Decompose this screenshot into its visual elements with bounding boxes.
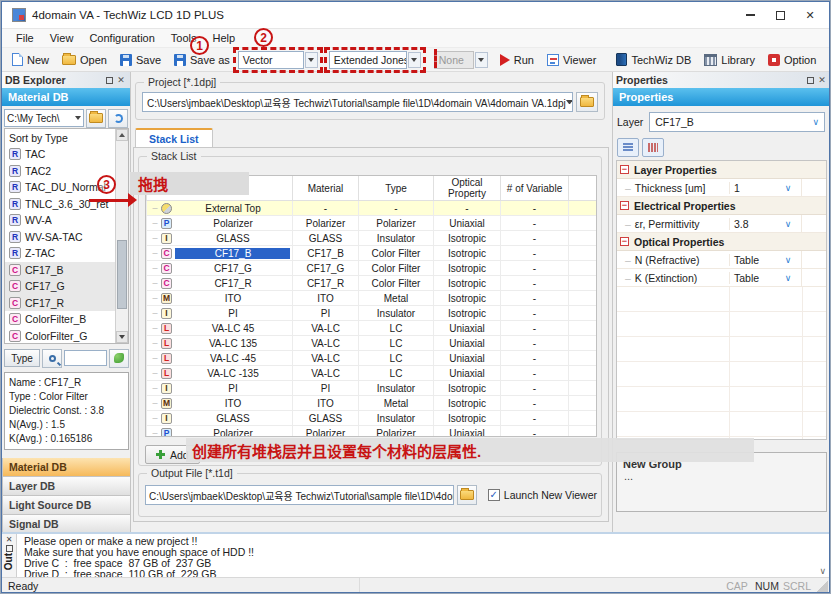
property-row[interactable]: K (Extinction)Table∨ <box>617 269 826 287</box>
column-header[interactable]: # of Variable <box>501 176 569 201</box>
layer-cell[interactable]: MITO <box>147 396 293 411</box>
layer-cell[interactable]: IGLASS <box>147 231 293 246</box>
collapse-icon[interactable] <box>620 237 629 246</box>
menu-item-help[interactable]: Help <box>205 32 244 44</box>
db-path-select[interactable]: C:\My Tech\ <box>4 109 84 127</box>
output-browse-button[interactable] <box>457 485 477 505</box>
resize-grip[interactable] <box>814 580 828 594</box>
save-button[interactable]: Save <box>115 53 166 67</box>
output-close-button[interactable]: ✕ <box>6 535 13 544</box>
material-list-scrollbar[interactable] <box>115 129 128 343</box>
jones-mode-select[interactable]: Extended Jones <box>329 51 407 69</box>
stack-row[interactable]: IGLASSGLASSInsulatorIsotropic- <box>147 231 598 246</box>
type-button[interactable]: Type <box>4 349 40 367</box>
project-browse-button[interactable] <box>576 92 598 112</box>
stack-row[interactable]: CCF17_RCF17_RColor FilterIsotropic- <box>147 276 598 291</box>
layer-cell[interactable]: IPI <box>147 306 293 321</box>
property-value[interactable]: Table <box>729 272 775 284</box>
stack-row[interactable]: LVA-LC -45VA-LCLCUniaxial- <box>147 351 598 366</box>
minimize-button[interactable] <box>735 5 765 25</box>
search-button[interactable] <box>42 349 62 368</box>
techwiz-db-button[interactable]: TechWiz DB <box>611 52 696 67</box>
column-header[interactable]: Material <box>293 176 359 201</box>
collapse-icon[interactable] <box>620 165 629 174</box>
stack-row[interactable]: PPolarizerPolarizerPolarizerUniaxial- <box>147 216 598 231</box>
material-item[interactable]: CCF17_G <box>5 278 128 295</box>
layer-cell[interactable]: LVA-LC 45 <box>147 321 293 336</box>
property-value[interactable]: 1 <box>729 182 775 194</box>
stack-row[interactable]: PPolarizerPolarizerPolarizerUniaxial- <box>147 426 598 438</box>
run-button[interactable]: Run <box>495 53 539 67</box>
open-button[interactable]: Open <box>57 53 112 67</box>
scrollbar-thumb[interactable] <box>117 240 127 308</box>
scroll-down-button[interactable] <box>116 331 128 343</box>
layer-cell[interactable]: IGLASS <box>147 411 293 426</box>
property-row[interactable]: N (Refractive)Table∨ <box>617 251 826 269</box>
menu-item-file[interactable]: File <box>8 32 42 44</box>
layer-cell[interactable]: CCF17_R <box>147 276 293 291</box>
new-button[interactable]: New <box>7 52 54 67</box>
menu-item-configuration[interactable]: Configuration <box>81 32 162 44</box>
column-header[interactable]: Optical Property <box>434 176 501 201</box>
layer-cell[interactable]: LVA-LC -135 <box>147 366 293 381</box>
panel-float-button[interactable] <box>103 74 115 86</box>
property-row[interactable]: εr, Permittivity3.8∨ <box>617 215 826 233</box>
vector-mode-select[interactable]: Vector <box>238 51 304 69</box>
dropdown-chevron-icon[interactable]: ∨ <box>775 219 801 229</box>
column-header[interactable]: Type <box>359 176 434 201</box>
jones-mode-arrow[interactable] <box>408 52 421 68</box>
alphabetic-view-button[interactable] <box>642 138 664 157</box>
dropdown-chevron-icon[interactable]: ∨ <box>775 183 801 193</box>
output-tab-label[interactable]: Out <box>3 553 15 570</box>
sort-by-type-label[interactable]: Sort by Type <box>5 129 128 146</box>
stack-row[interactable]: MITOITOMetalIsotropic- <box>147 291 598 306</box>
layer-cell[interactable]: IPI <box>147 381 293 396</box>
db-tab-layer-db[interactable]: Layer DB <box>2 477 131 496</box>
material-item[interactable]: CColorFilter_G <box>5 328 128 345</box>
material-item[interactable]: RZ-TAC <box>5 245 128 262</box>
stack-row[interactable]: LVA-LC 135VA-LCLCUniaxial- <box>147 336 598 351</box>
stack-row[interactable]: IPIPIInsulatorIsotropic- <box>147 306 598 321</box>
categorized-view-button[interactable] <box>617 138 639 157</box>
refresh-button[interactable] <box>108 109 128 128</box>
none-arrow[interactable] <box>475 52 488 68</box>
layer-cell[interactable]: CCF17_G <box>147 261 293 276</box>
property-group-header[interactable]: Electrical Properties <box>617 197 826 215</box>
material-item[interactable]: CColorFilter_B <box>5 311 128 328</box>
material-item[interactable]: RTNLC_3.6_30_ret <box>5 196 128 213</box>
scroll-down-icon[interactable]: ∨ <box>819 566 826 576</box>
project-path-select[interactable]: C:\Users\jmbaek\Desktop\교육용 Techwiz\Tuto… <box>142 92 573 112</box>
tab-stack-list[interactable]: Stack List <box>135 128 213 147</box>
property-value[interactable]: 3.8 <box>729 218 775 230</box>
db-tab-light-source-db[interactable]: Light Source DB <box>2 496 131 515</box>
none-select[interactable]: None <box>434 51 474 69</box>
layer-cell[interactable]: CCF17_B <box>147 246 293 261</box>
library-button[interactable]: Library <box>699 53 760 67</box>
material-item[interactable]: CCF17_B <box>5 262 128 279</box>
dropdown-chevron-icon[interactable]: ∨ <box>775 255 801 265</box>
panel-close-button[interactable]: ✕ <box>115 74 127 86</box>
output-file-input[interactable]: C:\Users\jmbaek\Desktop\교육용 Techwiz\Tuto… <box>145 485 454 505</box>
dropdown-chevron-icon[interactable]: ∨ <box>775 273 801 283</box>
scroll-up-button[interactable] <box>116 129 128 141</box>
output-pin-button[interactable] <box>6 545 13 552</box>
stack-row[interactable]: CCF17_BCF17_BColor FilterIsotropic- <box>147 246 598 261</box>
launch-viewer-checkbox[interactable]: ✓ <box>488 489 500 501</box>
layer-cell[interactable]: LVA-LC -45 <box>147 351 293 366</box>
material-item[interactable]: RWV-A <box>5 212 128 229</box>
property-value[interactable]: Table <box>729 254 775 266</box>
layer-cell[interactable]: External Top <box>147 201 293 216</box>
stack-row[interactable]: IGLASSGLASSInsulatorIsotropic- <box>147 411 598 426</box>
close-button[interactable]: ✕ <box>795 5 825 25</box>
material-item[interactable]: CCF17_R <box>5 295 128 312</box>
material-item[interactable]: RWV-SA-TAC <box>5 229 128 246</box>
vector-mode-arrow[interactable] <box>305 52 318 68</box>
layer-cell[interactable]: LVA-LC 135 <box>147 336 293 351</box>
material-item[interactable]: RTAC <box>5 146 128 163</box>
stack-row[interactable]: CCF17_GCF17_GColor FilterIsotropic- <box>147 261 598 276</box>
menu-item-view[interactable]: View <box>42 32 82 44</box>
layer-cell[interactable]: PPolarizer <box>147 216 293 231</box>
material-search-input[interactable] <box>64 350 107 366</box>
layer-cell[interactable]: MITO <box>147 291 293 306</box>
add-to-db-button[interactable] <box>109 349 129 368</box>
